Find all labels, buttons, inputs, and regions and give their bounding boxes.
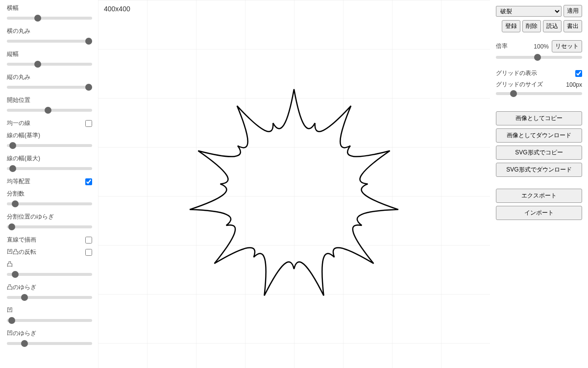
grid-size-label: グリッドのサイズ <box>496 80 543 89</box>
copy-image-button[interactable]: 画像としてコピー <box>496 111 582 125</box>
apply-button[interactable]: 適用 <box>564 5 582 17</box>
canvas-area[interactable]: 400x400 <box>98 0 490 368</box>
div-jitter-control: 分割位置のゆらぎ <box>7 213 92 230</box>
hround-slider[interactable] <box>7 40 92 43</box>
grid-size-value: 100px <box>566 81 582 88</box>
height-slider[interactable] <box>7 63 92 66</box>
line-max-slider[interactable] <box>7 167 92 170</box>
convex-jitter-control: 凸のゆらぎ <box>7 283 92 300</box>
invert-label: 凹凸の反転 <box>7 248 36 256</box>
zoom-label: 倍率 <box>496 42 508 50</box>
line-base-control: 線の幅(基準) <box>7 131 92 148</box>
download-svg-button[interactable]: SVG形式でダウンロード <box>496 163 582 177</box>
save-button[interactable]: 書出 <box>564 20 582 32</box>
even-dist-checkbox[interactable] <box>85 178 92 185</box>
concave-control: 凹 <box>7 306 92 323</box>
left-panel: 横幅 横の丸み 縦幅 縦の丸み 開始位置 均一の線 線の幅(基準) 線の幅(最大… <box>0 0 98 368</box>
grid-show-checkbox[interactable] <box>575 70 582 77</box>
invert-checkbox[interactable] <box>85 249 92 256</box>
zoom-slider[interactable] <box>496 56 582 59</box>
div-jitter-label: 分割位置のゆらぎ <box>7 213 92 221</box>
straight-control: 直線で描画 <box>7 236 92 244</box>
height-control: 縦幅 <box>7 50 92 67</box>
convex-control: 凸 <box>7 260 92 277</box>
start-label: 開始位置 <box>7 96 92 104</box>
convex-jitter-label: 凸のゆらぎ <box>7 283 92 292</box>
zoom-value: 100% <box>534 43 549 50</box>
uniform-line-label: 均一の線 <box>7 119 30 127</box>
download-image-button[interactable]: 画像としてダウンロード <box>496 128 582 143</box>
load-button[interactable]: 読込 <box>543 20 562 32</box>
delete-button[interactable]: 削除 <box>522 20 541 32</box>
div-jitter-slider[interactable] <box>7 225 92 228</box>
width-control: 横幅 <box>7 4 92 21</box>
concave-jitter-slider[interactable] <box>7 342 92 345</box>
line-base-slider[interactable] <box>7 144 92 147</box>
width-label: 横幅 <box>7 4 92 12</box>
preset-select[interactable]: 破裂 <box>496 6 562 17</box>
divisions-slider[interactable] <box>7 202 92 205</box>
even-dist-label: 均等配置 <box>7 177 30 186</box>
line-max-control: 線の幅(最大) <box>7 154 92 172</box>
hround-control: 横の丸み <box>7 27 92 44</box>
divisions-label: 分割数 <box>7 190 92 198</box>
grid-show-label: グリッドの表示 <box>496 69 537 77</box>
divisions-control: 分割数 <box>7 190 92 207</box>
uniform-line-control: 均一の線 <box>7 119 92 127</box>
convex-slider[interactable] <box>7 273 92 276</box>
start-control: 開始位置 <box>7 96 92 113</box>
convex-label: 凸 <box>7 260 92 269</box>
concave-slider[interactable] <box>7 319 92 322</box>
even-dist-control: 均等配置 <box>7 177 92 186</box>
right-panel: 破裂 適用 登録 削除 読込 書出 倍率 100% リセット グリッドの表示 グ… <box>490 0 588 368</box>
concave-label: 凹 <box>7 306 92 315</box>
convex-jitter-slider[interactable] <box>7 296 92 299</box>
vround-label: 縦の丸み <box>7 73 92 81</box>
height-label: 縦幅 <box>7 50 92 58</box>
import-button[interactable]: インポート <box>496 206 582 220</box>
grid-size-slider[interactable] <box>496 92 582 95</box>
concave-jitter-control: 凹のゆらぎ <box>7 329 92 346</box>
canvas-size-label: 400x400 <box>104 5 130 13</box>
concave-jitter-label: 凹のゆらぎ <box>7 329 92 338</box>
uniform-line-checkbox[interactable] <box>85 120 92 127</box>
svg-rect-0 <box>98 0 490 368</box>
invert-control: 凹凸の反転 <box>7 248 92 256</box>
reset-zoom-button[interactable]: リセット <box>552 40 582 52</box>
copy-svg-button[interactable]: SVG形式でコピー <box>496 146 582 160</box>
vround-slider[interactable] <box>7 86 92 89</box>
hround-label: 横の丸み <box>7 27 92 35</box>
straight-checkbox[interactable] <box>85 237 92 244</box>
straight-label: 直線で描画 <box>7 236 36 244</box>
width-slider[interactable] <box>7 17 92 20</box>
vround-control: 縦の丸み <box>7 73 92 90</box>
grid-background <box>98 0 490 368</box>
line-base-label: 線の幅(基準) <box>7 131 92 140</box>
start-slider[interactable] <box>7 109 92 112</box>
register-button[interactable]: 登録 <box>502 20 520 32</box>
line-max-label: 線の幅(最大) <box>7 154 92 163</box>
export-button[interactable]: エクスポート <box>496 189 582 203</box>
